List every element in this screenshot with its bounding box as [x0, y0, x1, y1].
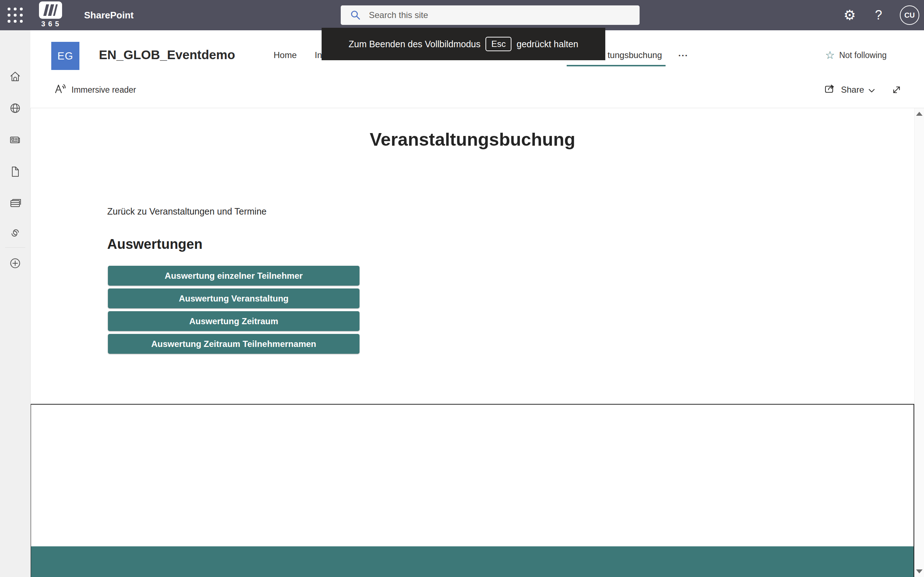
page-title: Veranstaltungsbuchung [31, 129, 914, 150]
fullscreen-exit-tooltip: Zum Beenden des Vollbildmodus Esc gedrüc… [321, 28, 605, 60]
settings-gear-icon[interactable]: ⚙ [840, 0, 860, 30]
site-search-box[interactable] [341, 5, 640, 25]
rail-divider [5, 247, 25, 248]
document-icon [9, 165, 22, 180]
page-command-bar: Immersive reader Share [30, 72, 924, 108]
report-button-veranstaltung[interactable]: Auswertung Veranstaltung [108, 288, 360, 308]
share-icon [824, 83, 837, 97]
scroll-up-arrow[interactable] [916, 112, 922, 116]
globe-icon [9, 102, 22, 116]
suite-top-bar: 365 SharePoint ⚙ ? CU [0, 0, 924, 30]
app-launcher-waffle-icon[interactable] [5, 5, 25, 25]
immersive-reader-icon [54, 83, 66, 97]
search-input[interactable] [368, 10, 615, 21]
rail-add-button[interactable] [6, 255, 24, 272]
esc-key-badge: Esc [485, 37, 512, 51]
share-button[interactable]: Share [824, 72, 875, 108]
section-heading: Auswertungen [107, 237, 202, 252]
nav-tab-home[interactable]: Home [274, 45, 297, 65]
site-title[interactable]: EN_GLOB_Eventdemo [99, 45, 235, 65]
m365-logo[interactable]: 365 [36, 2, 65, 29]
left-app-rail [0, 30, 31, 577]
not-following-button[interactable]: ☆ Not following [825, 45, 887, 65]
nav-tab-clipped[interactable]: In [315, 45, 322, 65]
scroll-down-arrow[interactable] [916, 569, 922, 574]
immersive-reader-label: Immersive reader [71, 85, 136, 95]
embedded-report-frame [30, 404, 914, 577]
rail-home-button[interactable] [6, 69, 24, 86]
teal-footer-band [31, 546, 914, 577]
site-logo-tile[interactable]: EG [51, 42, 79, 70]
list-table-icon [9, 197, 22, 211]
vertical-scrollbar[interactable] [914, 108, 924, 577]
tooltip-text-after: gedrückt halten [517, 39, 578, 49]
account-avatar[interactable]: CU [898, 0, 921, 30]
sharepoint-fullscreen-page: { "topbar": { "brand": "SharePoint", "lo… [0, 0, 924, 577]
search-icon [350, 10, 361, 21]
nav-overflow-ellipsis[interactable]: ••• [678, 45, 689, 65]
rail-links-button[interactable] [6, 225, 24, 242]
share-label: Share [841, 85, 864, 95]
tooltip-text-before: Zum Beenden des Vollbildmodus [349, 39, 481, 49]
rail-lists-button[interactable] [6, 195, 24, 213]
immersive-reader-button[interactable]: Immersive reader [54, 72, 136, 108]
rail-sites-button[interactable] [6, 100, 24, 118]
not-following-label: Not following [839, 50, 887, 60]
rail-news-button[interactable] [6, 132, 24, 149]
m365-logo-badge: 365 [36, 20, 65, 28]
report-button-stack: Auswertung einzelner Teilnehmer Auswertu… [108, 266, 360, 354]
m365-logo-tile [39, 2, 62, 19]
star-icon: ☆ [825, 50, 835, 61]
chevron-down-icon [868, 85, 875, 95]
news-icon [9, 134, 22, 148]
rail-documents-button[interactable] [6, 164, 24, 181]
avatar-initials: CU [900, 5, 919, 25]
plus-circle-icon [9, 257, 22, 271]
sharepoint-brand-label[interactable]: SharePoint [84, 0, 134, 30]
back-to-events-link[interactable]: Zurück zu Veranstaltungen und Termine [107, 206, 267, 217]
help-icon[interactable]: ? [868, 0, 888, 30]
home-icon [9, 70, 22, 84]
m365-logo-glyph [43, 4, 58, 16]
report-button-zeitraum-teilnehmernamen[interactable]: Auswertung Zeitraum Teilnehmernamen [108, 334, 360, 354]
report-button-zeitraum[interactable]: Auswertung Zeitraum [108, 311, 360, 331]
link-icon [9, 226, 22, 241]
fullscreen-expand-icon[interactable] [891, 72, 902, 108]
report-button-einzelner-teilnehmer[interactable]: Auswertung einzelner Teilnehmer [108, 266, 360, 285]
